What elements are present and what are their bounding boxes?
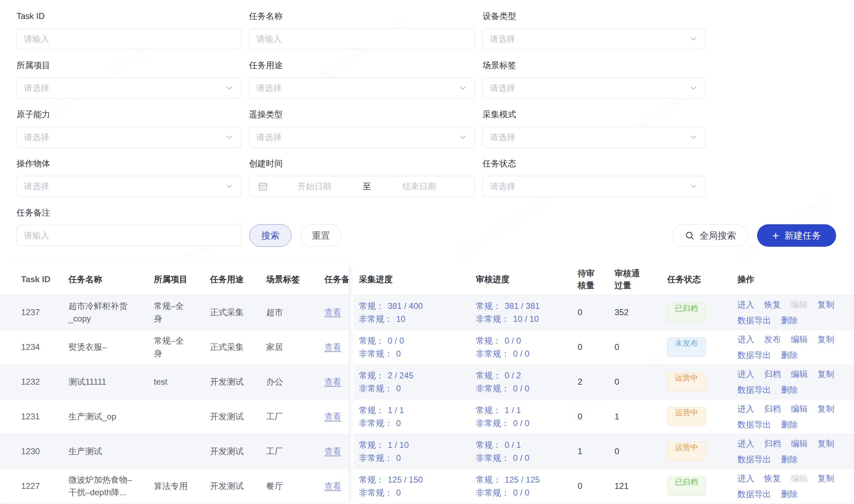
chevron-down-icon bbox=[458, 84, 467, 93]
delete-link[interactable]: 删除 bbox=[781, 315, 798, 326]
archive-link[interactable]: 归档 bbox=[764, 403, 781, 415]
table-row: 常规：1 / 1 非常规：0 常规：1 / 1 非常规：0 / 0 0 1 运营… bbox=[354, 399, 854, 434]
edit-link[interactable]: 编辑 bbox=[791, 369, 808, 380]
status-badge: 未发布 bbox=[667, 338, 706, 357]
filter-field-scene-tag: 场景标签 请选择 bbox=[482, 61, 705, 99]
edit-link[interactable]: 编辑 bbox=[791, 438, 808, 449]
enter-link[interactable]: 进入 bbox=[737, 299, 754, 310]
chevron-down-icon bbox=[225, 84, 234, 93]
table-row: 常规：381 / 400 非常规：10 常规：381 / 381 非常规：10 … bbox=[354, 295, 854, 330]
chevron-down-icon bbox=[225, 133, 234, 142]
task-remark-input[interactable] bbox=[17, 225, 241, 246]
purpose-select[interactable]: 请选择 bbox=[249, 78, 475, 99]
export-link[interactable]: 数据导出 bbox=[737, 419, 771, 430]
chevron-down-icon bbox=[689, 34, 698, 44]
table-row: 1227 微波炉加热食物–干扰–depth降... 算法专用 开发测试 餐厅 查… bbox=[0, 469, 349, 504]
export-link[interactable]: 数据导出 bbox=[737, 315, 771, 326]
enter-link[interactable]: 进入 bbox=[737, 473, 754, 484]
restore-link[interactable]: 恢复 bbox=[764, 299, 781, 310]
delete-link[interactable]: 删除 bbox=[781, 454, 798, 465]
view-remark-link[interactable]: 查看 bbox=[324, 307, 341, 318]
copy-link[interactable]: 复制 bbox=[817, 473, 834, 484]
calendar-icon bbox=[258, 181, 268, 192]
copy-link[interactable]: 复制 bbox=[817, 334, 834, 345]
view-remark-link[interactable]: 查看 bbox=[324, 411, 341, 422]
delete-link[interactable]: 删除 bbox=[781, 489, 798, 500]
chevron-down-icon bbox=[689, 133, 698, 142]
filter-field-atomic-ability: 原子能力 请选择 bbox=[17, 110, 241, 148]
table-row: 1234 熨烫衣服– 常规–全身 正式采集 家居 查看 bbox=[0, 330, 349, 365]
operate-object-select[interactable]: 请选择 bbox=[17, 176, 241, 197]
field-label: 所属项目 bbox=[17, 61, 241, 69]
field-label: Task ID bbox=[17, 12, 241, 20]
archive-link[interactable]: 归档 bbox=[764, 438, 781, 449]
chevron-down-icon bbox=[225, 182, 234, 191]
atomic-ability-select[interactable]: 请选择 bbox=[17, 127, 241, 148]
table-row: 1237 超市冷鲜柜补货_copy 常规–全身 正式采集 超市 查看 bbox=[0, 295, 349, 330]
project-select[interactable]: 请选择 bbox=[17, 78, 241, 99]
reset-button[interactable]: 重置 bbox=[301, 224, 341, 247]
edit-link[interactable]: 编辑 bbox=[791, 403, 808, 415]
task-status-select[interactable]: 请选择 bbox=[482, 176, 705, 197]
collect-mode-select[interactable]: 请选择 bbox=[482, 127, 705, 148]
export-link[interactable]: 数据导出 bbox=[737, 454, 771, 465]
export-link[interactable]: 数据导出 bbox=[737, 489, 771, 500]
enter-link[interactable]: 进入 bbox=[737, 438, 754, 449]
filter-field-device-type: 设备类型 请选择 bbox=[482, 12, 705, 49]
date-range-input[interactable]: 开始日期 至 结束日期 bbox=[249, 176, 475, 197]
view-remark-link[interactable]: 查看 bbox=[324, 376, 341, 387]
delete-link[interactable]: 删除 bbox=[781, 419, 798, 430]
start-date-placeholder: 开始日期 bbox=[268, 181, 361, 192]
copy-link[interactable]: 复制 bbox=[817, 369, 834, 380]
table-row: 常规：0 / 0 非常规：0 常规：0 / 0 非常规：0 / 0 0 0 未发… bbox=[354, 330, 854, 365]
filter-field-task-remark: 任务备注 bbox=[17, 208, 241, 246]
teleop-type-select[interactable]: 请选择 bbox=[249, 127, 475, 148]
field-label: 场景标签 bbox=[482, 61, 705, 69]
edit-link[interactable]: 编辑 bbox=[791, 334, 808, 345]
archive-link[interactable]: 归档 bbox=[764, 369, 781, 380]
export-link[interactable]: 数据导出 bbox=[737, 384, 771, 396]
publish-link[interactable]: 发布 bbox=[764, 334, 781, 345]
field-label: 任务用途 bbox=[249, 61, 475, 69]
copy-link[interactable]: 复制 bbox=[817, 403, 834, 415]
table-row: 常规：1 / 10 非常规：0 常规：0 / 1 非常规：0 / 0 1 0 运… bbox=[354, 434, 854, 469]
task-filter-form: Task ID 任务名称 设备类型 请选择 所属项目 请选择 任务用途 请选择 bbox=[17, 12, 722, 246]
delete-link[interactable]: 删除 bbox=[781, 384, 798, 396]
view-remark-link[interactable]: 查看 bbox=[324, 341, 341, 353]
table-row: 1231 生产测试_op 开发测试 工厂 查看 bbox=[0, 399, 349, 434]
chevron-down-icon bbox=[689, 84, 698, 93]
status-badge: 已归档 bbox=[667, 477, 706, 496]
filter-field-collect-mode: 采集模式 请选择 bbox=[482, 110, 705, 148]
table-header: Task ID 任务名称 所属项目 任务用途 场景标签 任务备注 bbox=[0, 264, 349, 295]
global-search-button[interactable]: 全局搜索 bbox=[672, 224, 748, 247]
view-remark-link[interactable]: 查看 bbox=[324, 446, 341, 457]
end-date-placeholder: 结束日期 bbox=[373, 181, 466, 192]
restore-link[interactable]: 恢复 bbox=[764, 473, 781, 484]
edit-link[interactable]: 编辑 bbox=[791, 299, 808, 310]
create-task-button[interactable]: + 新建任务 bbox=[757, 224, 836, 247]
table-fixed-columns: Task ID 任务名称 所属项目 任务用途 场景标签 任务备注 1237 超市… bbox=[0, 264, 349, 504]
enter-link[interactable]: 进入 bbox=[737, 334, 754, 345]
filter-field-create-time: 创建时间 开始日期 至 结束日期 bbox=[249, 159, 475, 197]
view-remark-link[interactable]: 查看 bbox=[324, 480, 341, 492]
status-badge: 运营中 bbox=[667, 372, 706, 391]
field-label: 采集模式 bbox=[482, 110, 705, 119]
field-label: 原子能力 bbox=[17, 110, 241, 119]
scene-tag-select[interactable]: 请选择 bbox=[482, 78, 705, 99]
task-name-input[interactable] bbox=[249, 28, 475, 49]
task-id-input[interactable] bbox=[17, 28, 241, 49]
filter-field-task-status: 任务状态 请选择 bbox=[482, 159, 705, 197]
enter-link[interactable]: 进入 bbox=[737, 403, 754, 415]
device-type-select[interactable]: 请选择 bbox=[482, 28, 705, 49]
copy-link[interactable]: 复制 bbox=[817, 438, 834, 449]
copy-link[interactable]: 复制 bbox=[817, 299, 834, 310]
table-row: 1232 测试11111 test 开发测试 办公 查看 bbox=[0, 365, 349, 399]
chevron-down-icon bbox=[689, 182, 698, 191]
enter-link[interactable]: 进入 bbox=[737, 369, 754, 380]
delete-link[interactable]: 删除 bbox=[781, 350, 798, 361]
filter-field-purpose: 任务用途 请选择 bbox=[249, 61, 475, 99]
export-link[interactable]: 数据导出 bbox=[737, 350, 771, 361]
edit-link[interactable]: 编辑 bbox=[791, 473, 808, 484]
search-button[interactable]: 搜索 bbox=[249, 224, 291, 247]
field-label: 任务状态 bbox=[482, 159, 705, 168]
